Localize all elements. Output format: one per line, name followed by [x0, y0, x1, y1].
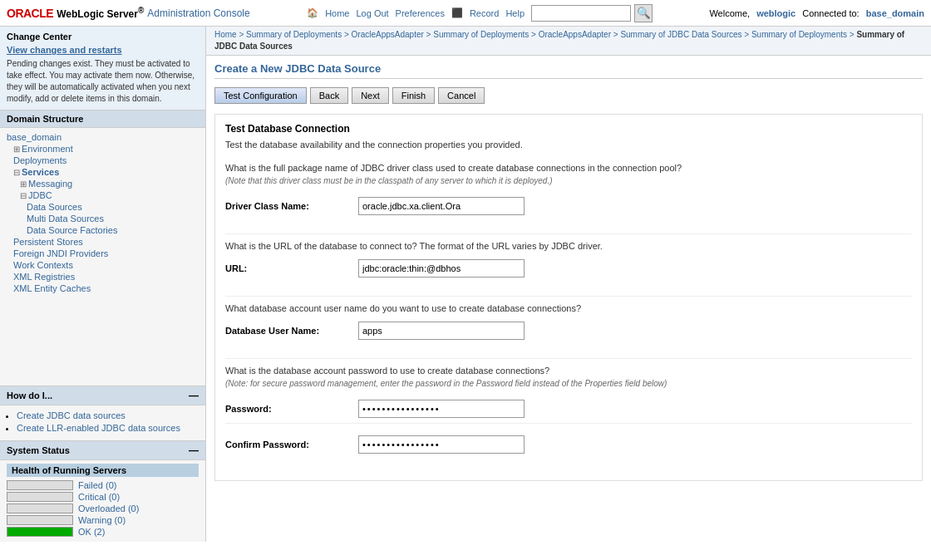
home-link[interactable]: Home: [325, 8, 349, 18]
header: ORACLE WebLogic Server® Administration C…: [0, 0, 931, 27]
breadcrumb-home[interactable]: Home: [214, 30, 237, 39]
status-link-warning[interactable]: Warning (0): [78, 515, 126, 525]
record-icon: ⬛: [451, 7, 463, 18]
how-do-i-list: Create JDBC data sources Create LLR-enab…: [0, 405, 205, 440]
status-row-warning: Warning (0): [7, 515, 199, 525]
breadcrumb-summary-deployments-1[interactable]: Summary of Deployments: [246, 30, 342, 39]
tree-item-deployments[interactable]: Deployments: [0, 155, 205, 166]
console-text: Administration Console: [147, 7, 249, 19]
system-status-collapse-icon: —: [189, 445, 199, 456]
help-link[interactable]: Help: [505, 8, 525, 18]
health-label: Health of Running Servers: [7, 464, 199, 477]
password-label: Password:: [225, 404, 358, 414]
breadcrumb-summary-deployments-2[interactable]: Summary of Deployments: [433, 30, 529, 39]
content-area: Home > Summary of Deployments > OracleAp…: [206, 27, 931, 542]
how-do-i-title[interactable]: How do I... —: [0, 386, 205, 405]
status-link-failed[interactable]: Failed (0): [78, 480, 116, 490]
how-do-i-item-2[interactable]: Create LLR-enabled JDBC data sources: [17, 423, 199, 433]
db-user-row: Database User Name:: [225, 317, 912, 345]
breadcrumb-summary-deployments-3[interactable]: Summary of Deployments: [751, 30, 847, 39]
status-row-failed: Failed (0): [7, 480, 199, 490]
tree-item-persistent-stores[interactable]: Persistent Stores: [0, 236, 205, 248]
confirm-password-input[interactable]: [358, 435, 525, 454]
page-content: Create a New JDBC Data Source Test Confi…: [206, 56, 931, 488]
breadcrumb-oracle-apps-adapter-2[interactable]: OracleAppsAdapter: [539, 30, 611, 39]
db-user-block: What database account user name do you w…: [225, 297, 912, 359]
sidebar: Change Center View changes and restarts …: [0, 27, 206, 542]
tree-item-data-source-factories[interactable]: Data Source Factories: [0, 224, 205, 236]
note-1: (Note that this driver class must be in …: [225, 176, 912, 185]
password-row: Password:: [225, 395, 912, 424]
home-icon: 🏠: [307, 7, 318, 18]
preferences-link[interactable]: Preferences: [396, 8, 445, 18]
page-title: Create a New JDBC Data Source: [214, 62, 923, 79]
question-4: What is the database account password to…: [225, 366, 912, 376]
url-row: URL:: [225, 254, 912, 282]
tree-item-environment[interactable]: ⊞Environment: [0, 143, 205, 155]
status-link-ok[interactable]: OK (2): [78, 527, 105, 537]
next-button[interactable]: Next: [352, 87, 389, 104]
record-link[interactable]: Record: [470, 8, 499, 18]
breadcrumb: Home > Summary of Deployments > OracleAp…: [206, 27, 931, 56]
tree-item-jdbc[interactable]: ⊟JDBC: [0, 189, 205, 201]
question-2: What is the URL of the database to conne…: [225, 241, 912, 251]
system-status-title[interactable]: System Status —: [0, 441, 205, 460]
confirm-password-row: Confirm Password:: [225, 430, 912, 459]
change-center-desc: Pending changes exist. They must be acti…: [7, 58, 199, 105]
url-input[interactable]: [358, 259, 525, 278]
status-link-overloaded[interactable]: Overloaded (0): [78, 504, 139, 513]
view-changes-link[interactable]: View changes and restarts: [7, 45, 122, 55]
header-right: Welcome, weblogic Connected to: base_dom…: [709, 8, 924, 18]
url-block: What is the URL of the database to conne…: [225, 234, 912, 297]
driver-class-row: Driver Class Name:: [225, 192, 912, 220]
logout-link[interactable]: Log Out: [356, 8, 388, 18]
welcome-label: Welcome,: [709, 8, 750, 18]
breadcrumb-summary-jdbc[interactable]: Summary of JDBC Data Sources: [620, 30, 741, 39]
toolbar: Test Configuration Back Next Finish Canc…: [214, 87, 923, 104]
db-user-input[interactable]: [358, 322, 525, 340]
search-input[interactable]: [531, 5, 631, 22]
status-bar-warning-bg: [7, 515, 73, 525]
db-user-label: Database User Name:: [225, 326, 358, 336]
status-bar-overloaded-bg: [7, 504, 73, 513]
tree-item-xml-entity-caches[interactable]: XML Entity Caches: [0, 282, 205, 294]
tree-item-foreign-jndi[interactable]: Foreign JNDI Providers: [0, 248, 205, 259]
status-link-critical[interactable]: Critical (0): [78, 492, 120, 502]
cancel-button[interactable]: Cancel: [438, 87, 485, 104]
back-button[interactable]: Back: [310, 87, 348, 104]
collapse-icon: —: [189, 390, 199, 401]
how-do-i-section: How do I... — Create JDBC data sources C…: [0, 386, 205, 441]
system-status-section: System Status — Health of Running Server…: [0, 441, 205, 542]
status-row-ok: OK (2): [7, 527, 199, 537]
url-label: URL:: [225, 263, 358, 273]
tree-item-data-sources[interactable]: Data Sources: [0, 201, 205, 213]
header-nav: 🏠 Home Log Out Preferences ⬛ Record Help…: [307, 4, 653, 22]
connected-label: Connected to:: [802, 8, 860, 18]
tree-item-xml-registries[interactable]: XML Registries: [0, 271, 205, 282]
domain-tree: base_domain ⊞Environment Deployments ⊟Se…: [0, 128, 205, 386]
confirm-password-label: Confirm Password:: [225, 440, 358, 449]
tree-item-work-contexts[interactable]: Work Contexts: [0, 259, 205, 271]
breadcrumb-oracle-apps-adapter-1[interactable]: OracleAppsAdapter: [352, 30, 424, 39]
finish-button[interactable]: Finish: [392, 87, 435, 104]
tree-item-multi-data-sources[interactable]: Multi Data Sources: [0, 213, 205, 224]
main-layout: Change Center View changes and restarts …: [0, 27, 931, 542]
password-block: What is the database account password to…: [225, 359, 912, 472]
status-bar-ok-fill: [7, 528, 72, 536]
header-left: ORACLE WebLogic Server® Administration C…: [7, 6, 250, 20]
weblogic-text: WebLogic Server®: [57, 6, 144, 20]
driver-class-input[interactable]: [358, 197, 525, 215]
password-input[interactable]: [358, 400, 525, 418]
connected-domain: base_domain: [866, 8, 924, 18]
welcome-user: weblogic: [756, 8, 796, 18]
oracle-logo-text: ORACLE: [7, 7, 53, 20]
tree-item-messaging[interactable]: ⊞Messaging: [0, 178, 205, 189]
note-4: (Note: for secure password management, e…: [225, 379, 912, 388]
section-desc: Test the database availability and the c…: [225, 140, 912, 150]
tree-item-base-domain[interactable]: base_domain: [0, 131, 205, 143]
search-button[interactable]: 🔍: [634, 4, 653, 22]
tree-item-services[interactable]: ⊟Services: [0, 166, 205, 178]
how-do-i-item-1[interactable]: Create JDBC data sources: [17, 410, 199, 420]
test-config-button[interactable]: Test Configuration: [214, 87, 307, 104]
status-row-critical: Critical (0): [7, 492, 199, 502]
